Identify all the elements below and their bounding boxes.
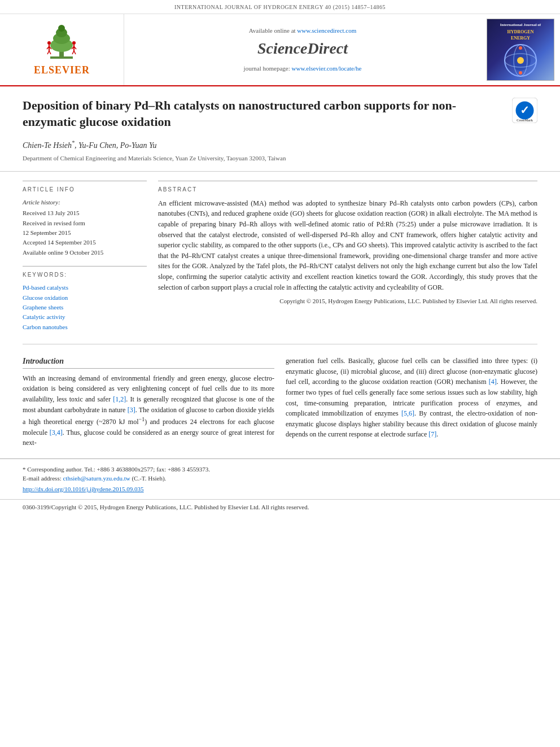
journal-homepage-line: journal homepage: www.elsevier.com/locat… [244, 64, 362, 73]
article-header: Deposition of binary Pd–Rh catalysts on … [0, 86, 560, 172]
footnote-section: * Corresponding author. Tel.: +886 3 463… [0, 458, 560, 499]
article-info-column: ARTICLE INFO Article history: Received 1… [23, 181, 147, 333]
keyword-1: Pd-based catalysts [23, 283, 147, 292]
received-date: Received 13 July 2015 [23, 209, 147, 217]
keyword-2: Glucose oxidation [23, 294, 147, 302]
journal-title-text: INTERNATIONAL JOURNAL OF HYDROGEN ENERGY… [174, 4, 386, 10]
email-label: E-mail address: [23, 475, 62, 482]
body-right-column: generation fuel cells. Basically, glucos… [286, 356, 537, 453]
article-info-abstract-section: ARTICLE INFO Article history: Received 1… [0, 181, 560, 333]
keyword-3: Graphene sheets [23, 303, 147, 312]
article-history-label: Article history: [23, 198, 147, 207]
elsevier-brand-text: ELSEVIER [34, 63, 90, 77]
copyright-footer: 0360-3199/Copyright © 2015, Hydrogen Ene… [0, 499, 560, 515]
elsevier-logo-area: ELSEVIER [0, 14, 124, 85]
svg-line-16 [72, 51, 74, 54]
elsevier-logo: ELSEVIER [34, 21, 90, 77]
this-word: this [430, 420, 440, 428]
introduction-left-text: With an increasing demand of environment… [23, 373, 274, 448]
article-affiliation: Department of Chemical Engineering and M… [23, 154, 537, 163]
ref-1-2[interactable]: [1,2] [113, 395, 126, 403]
keywords-block: Keywords: Pd-based catalysts Glucose oxi… [23, 266, 147, 331]
article-authors: Chien-Te Hsieh*, Yu-Fu Chen, Po-Yuan Yu [23, 139, 537, 151]
svg-text:✓: ✓ [520, 104, 530, 116]
abstract-label: ABSTRACT [158, 186, 537, 194]
introduction-title: Introduction [23, 356, 274, 369]
author-email[interactable]: cthsieh@saturn.yzu.edu.tw [63, 475, 130, 482]
journal-cover-title: International Journal of [500, 23, 541, 28]
sciencedirect-url[interactable]: www.sciencedirect.com [297, 27, 356, 34]
crossmark-icon[interactable]: ✓ CrossMark [512, 98, 537, 123]
keyword-5: Carbon nanotubes [23, 323, 147, 331]
body-content: Introduction With an increasing demand o… [0, 356, 560, 453]
journal-header: ELSEVIER Available online at www.science… [0, 14, 560, 86]
journal-cover-image: International Journal of HYDROGENENERGY [487, 19, 554, 81]
available-online-date: Available online 9 October 2015 [23, 248, 147, 257]
abstract-column: ABSTRACT An efficient microwave-assisted… [158, 181, 537, 333]
body-left-column: Introduction With an increasing demand o… [23, 356, 274, 453]
revised-date: 12 September 2015 [23, 229, 147, 237]
available-online-label: Available online at www.sciencedirect.co… [249, 27, 357, 35]
svg-point-22 [517, 57, 524, 64]
svg-line-10 [47, 51, 49, 54]
journal-cover-subtitle: HYDROGENENERGY [507, 29, 533, 41]
elsevier-tree-icon [39, 21, 84, 61]
authors-text: Chien-Te Hsieh*, Yu-Fu Chen, Po-Yuan Yu [23, 141, 156, 150]
accepted-date: Accepted 14 September 2015 [23, 238, 147, 247]
copyright-footer-text: 0360-3199/Copyright © 2015, Hydrogen Ene… [23, 504, 309, 510]
revised-label: Received in revised form [23, 219, 147, 228]
journal-homepage-url[interactable]: www.elsevier.com/locate/he [292, 65, 362, 72]
ref-3[interactable]: [3] [128, 406, 135, 414]
article-title-area: Deposition of binary Pd–Rh catalysts on … [23, 98, 537, 130]
svg-point-12 [72, 41, 76, 45]
svg-line-17 [74, 51, 76, 54]
svg-point-23 [519, 46, 522, 50]
abstract-block: ABSTRACT An efficient microwave-assisted… [158, 181, 537, 306]
abstract-text: An efficient microwave-assisted (MA) met… [158, 198, 537, 292]
journal-cover-area: International Journal of HYDROGENENERGY [481, 14, 560, 85]
ref-3-4[interactable]: [3,4] [50, 429, 63, 436]
section-divider [23, 344, 537, 344]
corresponding-author-text: * Corresponding author. Tel.: +886 3 463… [23, 466, 210, 473]
journal-header-bar: INTERNATIONAL JOURNAL OF HYDROGEN ENERGY… [0, 0, 560, 14]
keyword-4: Catalytic activity [23, 313, 147, 321]
corresponding-author-note: * Corresponding author. Tel.: +886 3 463… [23, 465, 537, 474]
svg-rect-1 [50, 56, 73, 59]
article-title-text: Deposition of binary Pd–Rh catalysts on … [23, 98, 506, 130]
ref-4[interactable]: [4] [489, 378, 497, 386]
email-note: E-mail address: cthsieh@saturn.yzu.edu.t… [23, 474, 537, 483]
article-info-label: ARTICLE INFO [23, 186, 147, 194]
email-person: (C.-T. Hsieh). [132, 475, 166, 482]
article-info-block: ARTICLE INFO Article history: Received 1… [23, 181, 147, 257]
svg-point-24 [519, 71, 522, 75]
ref-7[interactable]: [7] [428, 430, 436, 438]
keywords-label: Keywords: [23, 271, 147, 279]
svg-text:CrossMark: CrossMark [517, 119, 533, 122]
svg-line-11 [49, 51, 51, 54]
doi-link[interactable]: http://dx.doi.org/10.1016/j.ijhydene.201… [23, 485, 537, 493]
svg-point-5 [58, 25, 65, 32]
introduction-right-text: generation fuel cells. Basically, glucos… [286, 356, 537, 440]
sciencedirect-header: Available online at www.sciencedirect.co… [124, 14, 481, 85]
ref-5-6[interactable]: [5,6] [401, 409, 414, 417]
journal-cover-graphic [504, 43, 537, 77]
abstract-copyright: Copyright © 2015, Hydrogen Energy Public… [158, 297, 537, 305]
sciencedirect-brand: ScienceDirect [257, 37, 348, 59]
svg-point-6 [47, 41, 51, 45]
